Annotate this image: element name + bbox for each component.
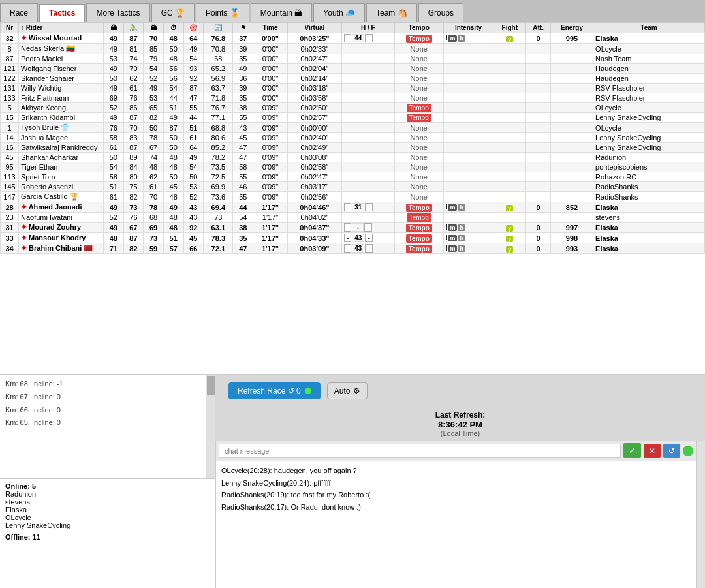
cell-energy (550, 64, 593, 74)
cell-intensity (443, 74, 494, 84)
online-user: OLcycle (5, 514, 210, 521)
hf-plus-btn[interactable]: - (365, 34, 372, 42)
hf-plus-btn[interactable]: - (365, 244, 372, 253)
tab-team🐴[interactable]: Team 🐴 (366, 3, 417, 22)
cell-stat-3: 50 (163, 44, 183, 54)
cell-tempo: Tempo (394, 233, 443, 243)
cell-fight (494, 103, 526, 113)
cell-stat-5: 78.2 (204, 153, 233, 162)
cell-hf[interactable]: -44- (341, 33, 394, 44)
cell-stat-6: 36 (233, 74, 253, 84)
tab-points🏅[interactable]: Points 🏅 (196, 3, 249, 22)
cell-hf (341, 74, 394, 84)
terrain-scrollbar[interactable] (206, 375, 215, 478)
cell-hf[interactable]: -43- (341, 233, 394, 243)
cell-fight (494, 113, 526, 123)
chat-refresh-button[interactable]: ↺ (663, 444, 680, 458)
cell-att (526, 64, 551, 74)
terrain-scrollbar-thumb[interactable] (207, 376, 215, 395)
cell-team: RSV Flaschbier (593, 84, 705, 93)
cell-stat-2: 69 (144, 223, 164, 233)
pill-m: m (448, 204, 457, 211)
cell-nr: 14 (1, 133, 19, 143)
cell-stat-3: 50 (163, 172, 183, 182)
chat-cancel-button[interactable]: ✕ (644, 444, 661, 458)
cell-virtual: 0h02'50" (287, 103, 341, 113)
cell-time: 0'00" (253, 64, 288, 74)
pill-m: m (448, 235, 457, 241)
cell-fight (494, 172, 526, 182)
tab-race[interactable]: Race (0, 3, 38, 22)
cell-nr: 31 (1, 223, 19, 233)
cell-tempo: Tempo (394, 113, 443, 123)
cell-tempo: None (394, 84, 443, 93)
col-intensity: Intensity (443, 23, 494, 33)
cell-rider: Srikanth Kidambi (19, 113, 104, 123)
cell-hf[interactable]: -43- (341, 243, 394, 254)
hf-plus-btn[interactable]: - (364, 223, 371, 232)
cell-stat-6: 35 (233, 54, 253, 64)
cell-stat-5: 73.6 (204, 192, 233, 202)
hf-minus-btn[interactable]: - (344, 244, 351, 253)
cell-energy (550, 153, 593, 162)
refresh-button[interactable]: Refresh Race ↺ 0 (228, 382, 321, 399)
chat-message: RadioShanks(20:17): Or Radu, dont know :… (221, 501, 691, 514)
cell-team: Elaska (593, 202, 705, 213)
cell-energy (550, 123, 593, 133)
tab-tactics[interactable]: Tactics (39, 4, 85, 22)
chat-send-button[interactable]: ✓ (623, 443, 641, 458)
hf-minus-btn[interactable]: - (344, 203, 351, 211)
cell-hf[interactable]: --- (341, 223, 394, 233)
auto-button[interactable]: Auto ⚙ (327, 382, 368, 399)
cell-stat-6: 35 (233, 93, 253, 103)
tab-moretactics[interactable]: More Tactics (86, 3, 149, 22)
cell-stat-4: 49 (183, 44, 204, 54)
cell-stat-5: 76.7 (204, 103, 233, 113)
cell-rider: Shankar Agharkar (19, 153, 104, 162)
cell-rider: Tyson Brule 👕 (19, 123, 104, 133)
chat-input[interactable] (219, 444, 621, 458)
cell-time: 0'09" (253, 133, 288, 143)
cell-time: 0'00" (253, 33, 288, 44)
col-energy: Energy (550, 23, 593, 33)
cell-stat-0: 49 (104, 44, 124, 54)
tab-gc🏆[interactable]: GC 🏆 (151, 3, 195, 22)
cell-stat-4: 64 (183, 33, 204, 44)
cell-att (526, 54, 551, 64)
cell-virtual: 0h04'02" (287, 213, 341, 223)
cell-stat-1: 70 (123, 123, 144, 133)
hf-value: 43 (352, 244, 364, 253)
cell-rider: Joshua Magee (19, 133, 104, 143)
tab-mountain🏔[interactable]: Mountain 🏔 (251, 3, 313, 22)
cell-stat-6: 38 (233, 223, 253, 233)
cell-energy: 998 (550, 233, 593, 243)
col-flag: ⚑ (233, 23, 253, 33)
intensity-label: I (446, 224, 448, 231)
cell-team: OLcycle (593, 103, 705, 113)
tempo-badge: Tempo (406, 204, 432, 212)
cell-stat-6: 46 (233, 182, 253, 192)
cell-stat-2: 59 (144, 243, 164, 254)
cell-nr: 95 (1, 162, 19, 172)
none-badge: None (411, 74, 428, 82)
tab-youth🧢[interactable]: Youth 🧢 (313, 3, 365, 22)
cell-hf[interactable]: -31- (341, 202, 394, 213)
hf-plus-btn[interactable]: - (365, 234, 372, 242)
cell-stat-0: 52 (104, 213, 124, 223)
hf-minus-btn[interactable]: - (344, 234, 351, 242)
hf-plus-btn[interactable]: - (365, 203, 372, 211)
tab-groups[interactable]: Groups (418, 3, 463, 22)
hf-minus-btn[interactable]: - (344, 223, 351, 232)
cell-att (526, 162, 551, 172)
cell-stat-0: 61 (104, 192, 124, 202)
none-badge: None (411, 55, 428, 63)
cell-stat-5: 85.2 (204, 143, 233, 153)
cell-rider: Garcia Castillo 🏆 (19, 192, 104, 202)
chat-scrollbar[interactable] (696, 441, 705, 588)
table-row: 45Shankar Agharkar508974484978.2470'09"0… (1, 153, 705, 162)
hf-minus-btn[interactable]: - (344, 34, 351, 42)
cell-stat-4: 61 (183, 133, 204, 143)
cell-stat-6: 37 (233, 33, 253, 44)
pill-m: m (448, 245, 457, 252)
chat-status-button[interactable] (683, 446, 693, 456)
